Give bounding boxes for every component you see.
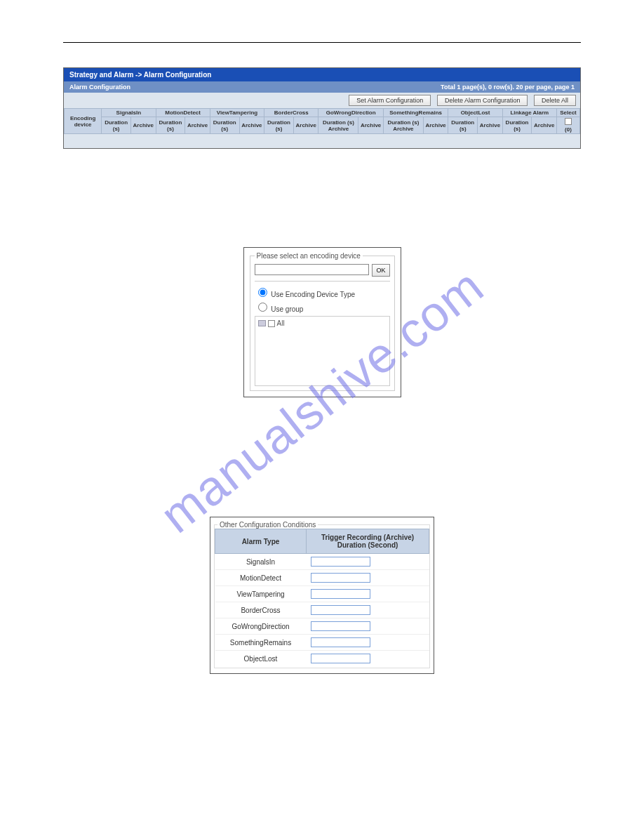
col-arc: Archive [423,117,448,134]
table-row: SomethingRemains [215,635,429,651]
breadcrumb: Strategy and Alarm -> Alarm Configuratio… [64,68,580,81]
col-arc: Archive [185,117,210,134]
table-row: GoWrongDirection [215,618,429,635]
col-dur: Duration (s) [210,117,239,134]
delete-alarm-button[interactable]: Delete Alarm Configuration [437,95,528,106]
col-durs: Duration (s) Archive [383,117,423,134]
pager-text: Total 1 page(s), 0 row(s). 20 per page, … [441,84,575,91]
folder-icon [258,320,266,326]
col-dur: Duration (s) [264,117,294,134]
table-row: ViewTampering [215,586,429,602]
radio-device-type-input[interactable] [258,288,267,297]
radio-device-type-label: Use Encoding Device Type [271,291,355,298]
col-select: Select [556,109,579,117]
motiondetect-input[interactable] [311,573,370,583]
col-dur: Duration (s) [448,117,478,134]
signalsin-input[interactable] [311,557,370,567]
select-count-text: (0) [565,126,572,133]
col-arc: Archive [293,117,318,134]
col-alarm-type: Alarm Type [215,529,307,554]
alarm-table: Encoding device SignalsIn MotionDetect V… [64,108,580,134]
bordercross-input[interactable] [311,605,370,615]
grp-linkage: Linkage Alarm [502,109,556,117]
row-label: ObjectLost [215,651,307,667]
alarm-config-panel: Strategy and Alarm -> Alarm Configuratio… [63,67,581,149]
grp-objectlost: ObjectLost [448,109,502,117]
row-label: MotionDetect [215,570,307,586]
grp-gowrong: GoWrongDirection [318,109,383,117]
grp-bordercross: BorderCross [264,109,318,117]
delete-all-button[interactable]: Delete All [534,95,576,106]
col-arc: Archive [532,117,556,134]
col-arc: Archive [131,117,156,134]
row-label: BorderCross [215,602,307,618]
device-search-input[interactable] [255,264,369,275]
all-label: All [277,319,285,327]
col-arc: Archive [478,117,502,134]
panel2-legend: Please select an encoding device [255,252,363,260]
objectlost-input[interactable] [311,654,370,663]
col-durs: Duration (s) Archive [318,117,358,134]
grp-remains: SomethingRemains [383,109,448,117]
ok-button[interactable]: OK [372,264,390,277]
col-encoding-device: Encoding device [65,109,102,134]
row-label: GoWrongDirection [215,618,307,635]
top-rule [63,42,581,43]
col-arc: Archive [358,117,383,134]
conditions-table: Alarm Type Trigger Recording (Archive) D… [215,529,429,666]
radio-use-group[interactable]: Use group [255,300,390,313]
grp-signalsin: SignalsIn [102,109,156,117]
other-conditions-panel: Other Configuration Conditions Alarm Typ… [210,517,434,674]
grp-motiondetect: MotionDetect [156,109,210,117]
gowrongdirection-input[interactable] [311,621,370,631]
table-row: ObjectLost [215,651,429,667]
col-dur: Duration (s) [502,117,532,134]
select-count[interactable]: (0) [556,117,579,134]
panel3-legend: Other Configuration Conditions [217,521,318,529]
select-all-checkbox[interactable] [565,118,572,125]
col-dur: Duration (s) [156,117,185,134]
all-checkbox[interactable] [268,320,275,327]
select-device-panel: Please select an encoding device OK Use … [243,247,401,397]
sub-left: Alarm Configuration [69,84,130,91]
radio-use-group-input[interactable] [258,303,267,312]
toolbar: Set Alarm Configuration Delete Alarm Con… [64,93,580,108]
col-arc: Archive [239,117,264,134]
table-empty-area [64,134,580,148]
row-label: ViewTampering [215,586,307,602]
somethingremains-input[interactable] [311,637,370,647]
viewtampering-input[interactable] [311,589,370,599]
table-row: SignalsIn [215,554,429,570]
row-label: SomethingRemains [215,635,307,651]
radio-device-type[interactable]: Use Encoding Device Type [255,286,390,298]
col-dur: Duration (s) [102,117,131,134]
set-alarm-button[interactable]: Set Alarm Configuration [349,95,431,106]
col-trigger-duration: Trigger Recording (Archive) Duration (Se… [307,529,429,554]
table-row: MotionDetect [215,570,429,586]
radio-use-group-label: Use group [271,305,303,313]
table-row: BorderCross [215,602,429,618]
device-tree[interactable]: All [255,316,390,386]
row-label: SignalsIn [215,554,307,570]
subheader: Alarm Configuration Total 1 page(s), 0 r… [64,81,580,93]
grp-viewtampering: ViewTampering [210,109,264,117]
